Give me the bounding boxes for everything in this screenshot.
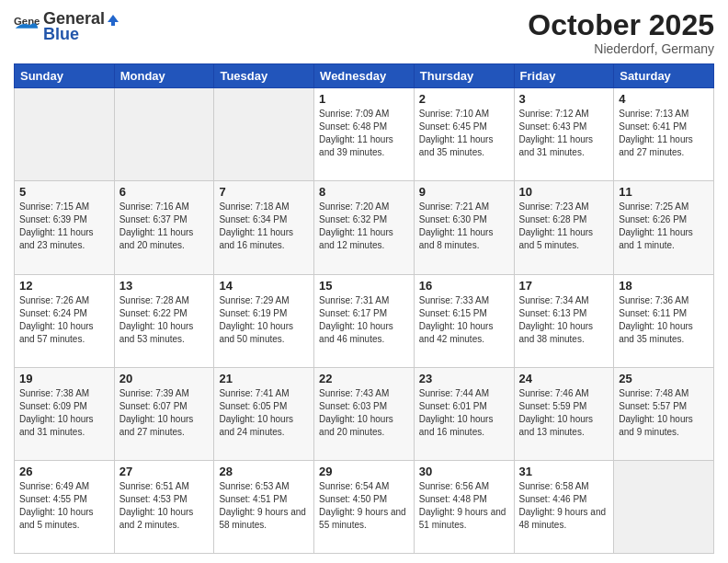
calendar-cell: 9Sunrise: 7:21 AMSunset: 6:30 PMDaylight… [414,181,514,274]
day-number: 24 [519,372,609,385]
calendar-cell: 24Sunrise: 7:46 AMSunset: 5:59 PMDayligh… [514,367,614,460]
day-number: 23 [419,372,509,385]
calendar-cell: 19Sunrise: 7:38 AMSunset: 6:09 PMDayligh… [15,367,115,460]
day-number: 16 [419,279,509,293]
day-info: Sunrise: 7:15 AMSunset: 6:39 PMDaylight:… [19,201,109,252]
day-number: 18 [619,279,709,293]
day-number: 26 [19,465,109,478]
day-info: Sunrise: 7:10 AMSunset: 6:45 PMDaylight:… [419,108,509,159]
calendar-header-row: Sunday Monday Tuesday Wednesday Thursday… [15,64,714,88]
col-wednesday: Wednesday [314,64,415,88]
calendar-cell: 5Sunrise: 7:15 AMSunset: 6:39 PMDaylight… [15,181,115,274]
day-info: Sunrise: 7:33 AMSunset: 6:15 PMDaylight:… [419,294,509,346]
calendar-cell: 15Sunrise: 7:31 AMSunset: 6:17 PMDayligh… [314,274,415,367]
day-number: 22 [319,372,409,385]
day-info: Sunrise: 7:25 AMSunset: 6:26 PMDaylight:… [619,201,709,252]
calendar-cell: 14Sunrise: 7:29 AMSunset: 6:19 PMDayligh… [214,274,314,367]
calendar-cell: 25Sunrise: 7:48 AMSunset: 5:57 PMDayligh… [614,367,714,460]
day-info: Sunrise: 6:56 AMSunset: 4:48 PMDaylight:… [419,480,509,532]
day-info: Sunrise: 7:31 AMSunset: 6:17 PMDaylight:… [319,294,409,346]
day-info: Sunrise: 7:41 AMSunset: 6:05 PMDaylight:… [219,387,309,439]
month-title: October 2025 [528,9,714,41]
day-number: 25 [619,372,709,385]
calendar-cell: 21Sunrise: 7:41 AMSunset: 6:05 PMDayligh… [214,367,314,460]
day-info: Sunrise: 7:20 AMSunset: 6:32 PMDaylight:… [319,201,409,252]
calendar-cell: 28Sunrise: 6:53 AMSunset: 4:51 PMDayligh… [214,460,314,553]
day-info: Sunrise: 7:16 AMSunset: 6:37 PMDaylight:… [119,201,210,252]
col-friday: Friday [514,64,614,88]
calendar-cell [614,460,714,553]
day-number: 13 [119,279,210,293]
day-number: 12 [19,279,109,293]
calendar-cell: 12Sunrise: 7:26 AMSunset: 6:24 PMDayligh… [15,274,115,367]
calendar-cell: 7Sunrise: 7:18 AMSunset: 6:34 PMDaylight… [214,181,314,274]
calendar-cell: 26Sunrise: 6:49 AMSunset: 4:55 PMDayligh… [15,460,115,553]
calendar-cell: 31Sunrise: 6:58 AMSunset: 4:46 PMDayligh… [514,460,614,553]
calendar-cell: 29Sunrise: 6:54 AMSunset: 4:50 PMDayligh… [314,460,415,553]
day-number: 15 [319,279,409,293]
day-info: Sunrise: 7:48 AMSunset: 5:57 PMDaylight:… [619,387,709,439]
calendar-cell: 3Sunrise: 7:12 AMSunset: 6:43 PMDaylight… [514,88,614,181]
calendar-cell: 30Sunrise: 6:56 AMSunset: 4:48 PMDayligh… [414,460,514,553]
day-number: 27 [119,465,210,478]
day-number: 3 [519,92,609,106]
day-number: 19 [19,372,109,385]
day-number: 28 [219,465,309,478]
day-info: Sunrise: 7:21 AMSunset: 6:30 PMDaylight:… [419,201,509,252]
day-info: Sunrise: 7:34 AMSunset: 6:13 PMDaylight:… [519,294,609,346]
calendar-week-2: 12Sunrise: 7:26 AMSunset: 6:24 PMDayligh… [15,274,714,367]
calendar-week-3: 19Sunrise: 7:38 AMSunset: 6:09 PMDayligh… [15,367,714,460]
day-info: Sunrise: 6:53 AMSunset: 4:51 PMDaylight:… [219,480,309,532]
col-sunday: Sunday [15,64,115,88]
calendar-week-1: 5Sunrise: 7:15 AMSunset: 6:39 PMDaylight… [15,181,714,274]
calendar-cell: 10Sunrise: 7:23 AMSunset: 6:28 PMDayligh… [514,181,614,274]
day-info: Sunrise: 7:46 AMSunset: 5:59 PMDaylight:… [519,387,609,439]
day-number: 4 [619,92,709,106]
day-number: 21 [219,372,309,385]
calendar-table: Sunday Monday Tuesday Wednesday Thursday… [14,63,714,554]
day-info: Sunrise: 7:23 AMSunset: 6:28 PMDaylight:… [519,201,609,252]
calendar-cell: 27Sunrise: 6:51 AMSunset: 4:53 PMDayligh… [114,460,214,553]
day-info: Sunrise: 7:26 AMSunset: 6:24 PMDaylight:… [19,294,109,346]
logo-icon: General [14,14,40,40]
day-number: 1 [319,92,409,106]
day-number: 31 [519,465,609,478]
day-number: 29 [319,465,409,478]
col-saturday: Saturday [614,64,714,88]
day-number: 11 [619,185,709,199]
day-number: 6 [119,185,210,199]
day-number: 20 [119,372,210,385]
day-info: Sunrise: 7:36 AMSunset: 6:11 PMDaylight:… [619,294,709,346]
calendar-cell: 1Sunrise: 7:09 AMSunset: 6:48 PMDaylight… [314,88,415,181]
calendar-cell: 18Sunrise: 7:36 AMSunset: 6:11 PMDayligh… [614,274,714,367]
svg-marker-1 [108,15,119,26]
calendar-cell: 20Sunrise: 7:39 AMSunset: 6:07 PMDayligh… [114,367,214,460]
day-number: 10 [519,185,609,199]
title-block: October 2025 Niederdorf, Germany [528,9,714,56]
calendar-cell: 17Sunrise: 7:34 AMSunset: 6:13 PMDayligh… [514,274,614,367]
day-number: 17 [519,279,609,293]
day-number: 7 [219,185,309,199]
day-info: Sunrise: 7:09 AMSunset: 6:48 PMDaylight:… [319,108,409,159]
day-info: Sunrise: 7:43 AMSunset: 6:03 PMDaylight:… [319,387,409,439]
logo: General General Blue [14,9,121,44]
day-info: Sunrise: 7:18 AMSunset: 6:34 PMDaylight:… [219,201,309,252]
col-tuesday: Tuesday [214,64,314,88]
calendar-cell: 16Sunrise: 7:33 AMSunset: 6:15 PMDayligh… [414,274,514,367]
calendar-cell: 13Sunrise: 7:28 AMSunset: 6:22 PMDayligh… [114,274,214,367]
calendar-cell: 2Sunrise: 7:10 AMSunset: 6:45 PMDaylight… [414,88,514,181]
day-info: Sunrise: 7:28 AMSunset: 6:22 PMDaylight:… [119,294,210,346]
calendar-week-4: 26Sunrise: 6:49 AMSunset: 4:55 PMDayligh… [15,460,714,553]
day-info: Sunrise: 7:13 AMSunset: 6:41 PMDaylight:… [619,108,709,159]
day-info: Sunrise: 7:44 AMSunset: 6:01 PMDaylight:… [419,387,509,439]
calendar-cell: 4Sunrise: 7:13 AMSunset: 6:41 PMDaylight… [614,88,714,181]
day-number: 14 [219,279,309,293]
calendar-cell: 6Sunrise: 7:16 AMSunset: 6:37 PMDaylight… [114,181,214,274]
calendar-cell [15,88,115,181]
day-number: 30 [419,465,509,478]
day-info: Sunrise: 6:54 AMSunset: 4:50 PMDaylight:… [319,480,409,532]
day-number: 2 [419,92,509,106]
day-number: 9 [419,185,509,199]
calendar-cell [114,88,214,181]
day-info: Sunrise: 6:58 AMSunset: 4:46 PMDaylight:… [519,480,609,532]
